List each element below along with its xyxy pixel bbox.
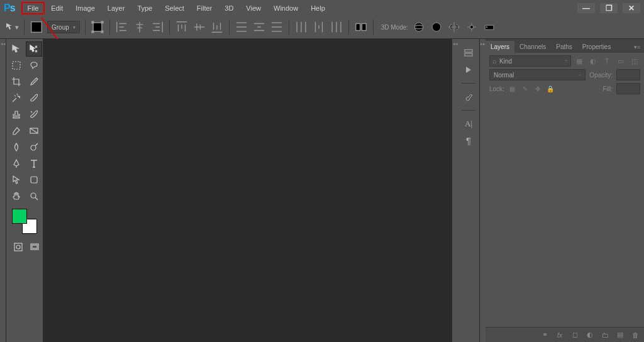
path-selection-tool[interactable] (8, 172, 25, 187)
3d-roll-icon[interactable] (430, 20, 443, 34)
distribute-right-icon[interactable] (330, 20, 343, 34)
filter-pixel-icon[interactable]: ▦ (574, 55, 585, 67)
magic-wand-tool[interactable] (8, 91, 25, 106)
panel-menu-icon[interactable]: ▾≡ (630, 41, 644, 53)
menu-layer[interactable]: Layer (101, 2, 131, 14)
link-layers-icon[interactable]: ⚭ (540, 330, 550, 340)
align-bottom-icon[interactable] (210, 20, 224, 34)
menu-window[interactable]: Window (267, 2, 304, 14)
3d-orbit-icon[interactable] (412, 20, 426, 34)
opacity-input[interactable] (616, 69, 640, 80)
menu-file[interactable]: File (21, 2, 45, 14)
auto-select-icon[interactable] (30, 20, 43, 34)
minimize-button[interactable]: — (577, 3, 595, 13)
menu-select[interactable]: Select (158, 2, 191, 14)
align-hcenter-icon[interactable] (133, 20, 147, 34)
quick-mask-icon[interactable] (12, 241, 25, 253)
distribute-top-icon[interactable] (235, 20, 248, 34)
character-panel-icon[interactable]: A| (461, 117, 476, 131)
filter-smart-icon[interactable]: ◫ (629, 55, 640, 67)
distribute-left-icon[interactable] (294, 20, 308, 34)
filter-adjustment-icon[interactable]: ◐ (587, 55, 599, 67)
move-tool[interactable] (8, 41, 25, 57)
type-tool[interactable] (26, 156, 42, 171)
screen-mode-icon[interactable] (28, 241, 41, 253)
fill-input[interactable] (616, 83, 640, 94)
lock-transparency-icon[interactable]: ▦ (508, 84, 517, 93)
menu-type[interactable]: Type (131, 2, 158, 14)
blur-tool[interactable] (8, 140, 25, 155)
transform-controls-icon[interactable] (91, 20, 104, 34)
auto-align-icon[interactable] (354, 20, 368, 34)
lock-all-icon[interactable]: 🔒 (546, 84, 555, 93)
hand-tool[interactable] (8, 189, 25, 204)
layer-filter-kind-dropdown[interactable]: Kind (489, 55, 571, 67)
gradient-tool[interactable] (26, 123, 42, 138)
paragraph-panel-icon[interactable]: ¶ (461, 133, 476, 147)
zoom-tool[interactable] (26, 189, 42, 204)
filter-type-icon[interactable]: T (601, 55, 613, 67)
move-tool-indicator-icon[interactable]: ▾ (5, 20, 19, 34)
blend-mode-dropdown[interactable]: Normal (489, 69, 586, 80)
crop-tool[interactable] (8, 74, 25, 89)
history-panel-icon[interactable] (461, 47, 476, 60)
eyedropper-tool[interactable] (26, 74, 42, 89)
right-collapse-tab-1[interactable]: ◂◂ (452, 39, 458, 342)
menu-help[interactable]: Help (304, 2, 331, 14)
tab-paths[interactable]: Paths (551, 41, 577, 53)
pen-tool[interactable] (8, 156, 25, 171)
3d-scale-icon[interactable] (482, 20, 496, 34)
tab-properties[interactable]: Properties (577, 41, 616, 53)
artboard-tool[interactable] (26, 41, 42, 57)
brush-tool[interactable] (26, 91, 42, 106)
layer-mask-icon[interactable]: ◻ (570, 330, 580, 340)
align-right-icon[interactable] (150, 20, 164, 34)
new-layer-icon[interactable]: ▤ (615, 330, 625, 340)
dodge-tool[interactable] (26, 140, 42, 155)
auto-select-dropdown[interactable]: Group (47, 21, 80, 33)
lock-position-icon[interactable]: ✥ (533, 84, 542, 93)
distribute-hcenter-icon[interactable] (312, 20, 326, 34)
tab-layers[interactable]: Layers (486, 41, 514, 53)
eraser-tool[interactable] (8, 123, 25, 138)
menu-image[interactable]: Image (69, 2, 101, 14)
right-collapse-tab-2[interactable]: ▸▸ (479, 39, 486, 342)
foreground-color[interactable] (12, 209, 27, 224)
maximize-button[interactable]: ❐ (600, 3, 618, 13)
options-bar: ▾ Group 3D Mode: (0, 16, 644, 39)
delete-layer-icon[interactable]: 🗑 (630, 330, 640, 340)
3d-slide-icon[interactable] (465, 20, 479, 34)
layers-panel-footer: ⚭ fx ◻ ◐ 🗀 ▤ 🗑 (486, 327, 644, 342)
layers-panel-group: Layers Channels Paths Properties ▾≡ Kind… (486, 39, 644, 342)
stamp-tool[interactable] (8, 107, 25, 122)
color-swatches[interactable] (12, 209, 37, 234)
filter-shape-icon[interactable]: ▭ (615, 55, 626, 67)
lasso-tool[interactable] (26, 58, 42, 73)
menu-filter[interactable]: Filter (191, 2, 218, 14)
adjustment-layer-icon[interactable]: ◐ (585, 330, 595, 340)
left-collapse-tab[interactable]: ◂◂ (0, 39, 6, 342)
shape-tool[interactable] (26, 172, 42, 187)
tab-channels[interactable]: Channels (514, 41, 551, 53)
distribute-vcenter-icon[interactable] (252, 20, 266, 34)
menu-3d[interactable]: 3D (218, 2, 240, 14)
menu-edit[interactable]: Edit (45, 2, 69, 14)
group-layers-icon[interactable]: 🗀 (600, 330, 610, 340)
close-button[interactable]: ✕ (623, 3, 640, 13)
align-vcenter-icon[interactable] (192, 20, 206, 34)
brush-panel-icon[interactable] (461, 90, 476, 104)
svg-point-17 (31, 145, 36, 150)
lock-image-icon[interactable]: ✎ (521, 84, 530, 93)
3d-pan-icon[interactable] (447, 20, 461, 34)
actions-panel-icon[interactable] (461, 63, 476, 77)
align-top-icon[interactable] (175, 20, 189, 34)
layer-style-icon[interactable]: fx (555, 330, 565, 340)
canvas-area[interactable] (43, 39, 452, 342)
marquee-tool[interactable] (8, 58, 25, 73)
align-left-icon[interactable] (115, 20, 129, 34)
history-brush-tool[interactable] (26, 107, 42, 122)
app-logo: Ps (4, 3, 15, 14)
distribute-bottom-icon[interactable] (270, 20, 284, 34)
kind-label: Kind (499, 58, 512, 65)
menu-view[interactable]: View (240, 2, 267, 14)
